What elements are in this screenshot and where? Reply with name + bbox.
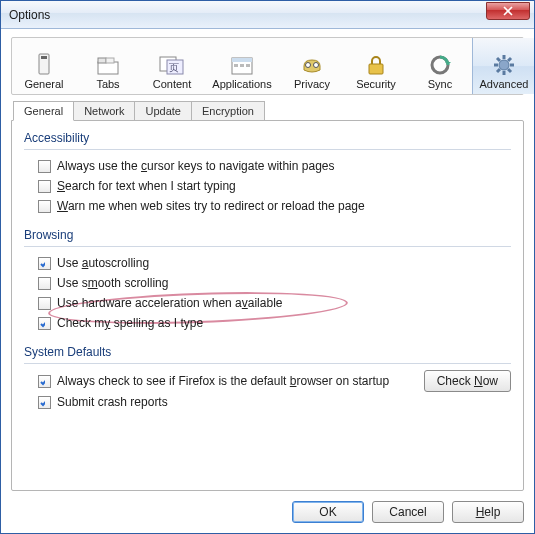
svg-rect-17: [369, 64, 383, 74]
advanced-icon: [490, 53, 518, 77]
general-panel: Accessibility Always use the cursor keys…: [11, 120, 524, 491]
category-privacy[interactable]: Privacy: [280, 38, 344, 94]
group-accessibility: Accessibility Always use the cursor keys…: [24, 131, 511, 216]
svg-line-25: [497, 58, 500, 61]
chk-label: Use hardware acceleration when available: [57, 296, 282, 310]
chk-label: Use smooth scrolling: [57, 276, 168, 290]
svg-point-16: [314, 63, 319, 68]
cancel-button[interactable]: Cancel: [372, 501, 444, 523]
category-label: Sync: [428, 78, 452, 90]
privacy-icon: [298, 53, 326, 77]
close-icon: [503, 6, 513, 16]
category-label: Applications: [212, 78, 271, 90]
chk-autoscrolling[interactable]: Use autoscrolling: [24, 253, 511, 273]
svg-rect-5: [98, 58, 106, 63]
checkbox[interactable]: [38, 200, 51, 213]
ok-button[interactable]: OK: [292, 501, 364, 523]
category-sync[interactable]: Sync: [408, 38, 472, 94]
security-icon: [362, 53, 390, 77]
applications-icon: [228, 53, 256, 77]
checkbox[interactable]: [38, 396, 51, 409]
chk-cursor-keys[interactable]: Always use the cursor keys to navigate w…: [24, 156, 511, 176]
category-security[interactable]: Security: [344, 38, 408, 94]
checkbox[interactable]: [38, 180, 51, 193]
chk-hardware-acceleration[interactable]: Use hardware acceleration when available: [24, 293, 511, 313]
chk-label: Always check to see if Firefox is the de…: [57, 374, 389, 388]
chk-label: Check my spelling as I type: [57, 316, 203, 330]
group-title: Accessibility: [24, 131, 511, 145]
svg-text:页: 页: [169, 62, 179, 73]
subtab-update[interactable]: Update: [134, 101, 191, 120]
svg-rect-14: [246, 64, 250, 67]
chk-default-browser[interactable]: Always check to see if Firefox is the de…: [24, 371, 414, 391]
category-content[interactable]: 页 Content: [140, 38, 204, 94]
group-title: Browsing: [24, 228, 511, 242]
check-now-button[interactable]: Check Now: [424, 370, 511, 392]
checkbox[interactable]: [38, 277, 51, 290]
subtab-encryption[interactable]: Encryption: [191, 101, 265, 120]
dialog-footer: OK Cancel Help: [11, 501, 524, 523]
svg-rect-13: [240, 64, 244, 67]
svg-line-26: [508, 69, 511, 72]
group-browsing: Browsing Use autoscrolling Use smooth sc…: [24, 228, 511, 333]
window-title: Options: [9, 8, 486, 22]
close-button[interactable]: [486, 2, 530, 20]
category-tabs[interactable]: Tabs: [76, 38, 140, 94]
help-button[interactable]: Help: [452, 501, 524, 523]
chk-warn-redirect[interactable]: Warn me when web sites try to redirect o…: [24, 196, 511, 216]
category-toolbar: General Tabs 页 Content Applications: [11, 37, 524, 95]
sync-icon: [426, 53, 454, 77]
category-advanced[interactable]: Advanced: [472, 38, 534, 94]
chk-label: Use autoscrolling: [57, 256, 149, 270]
subtab-general[interactable]: General: [13, 101, 74, 121]
subtab-row: General Network Update Encryption: [11, 101, 524, 120]
client-area: General Tabs 页 Content Applications: [1, 29, 534, 533]
chk-label: Always use the cursor keys to navigate w…: [57, 159, 334, 173]
tabs-icon: [94, 53, 122, 77]
chk-spell-check[interactable]: Check my spelling as I type: [24, 313, 511, 333]
chk-search-text[interactable]: Search for text when I start typing: [24, 176, 511, 196]
chk-crash-reports[interactable]: Submit crash reports: [24, 392, 511, 412]
svg-point-20: [499, 60, 509, 70]
category-general[interactable]: General: [12, 38, 76, 94]
category-label: Privacy: [294, 78, 330, 90]
category-label: General: [24, 78, 63, 90]
options-dialog: Options General Tabs: [0, 0, 535, 534]
chk-label: Search for text when I start typing: [57, 179, 236, 193]
chk-label: Submit crash reports: [57, 395, 168, 409]
svg-rect-12: [234, 64, 238, 67]
category-applications[interactable]: Applications: [204, 38, 280, 94]
svg-point-15: [306, 63, 311, 68]
checkbox[interactable]: [38, 257, 51, 270]
chk-label: Warn me when web sites try to redirect o…: [57, 199, 365, 213]
general-icon: [30, 53, 58, 77]
svg-marker-19: [445, 62, 451, 65]
group-system-defaults: System Defaults Always check to see if F…: [24, 345, 511, 412]
checkbox[interactable]: [38, 160, 51, 173]
category-label: Content: [153, 78, 192, 90]
category-label: Tabs: [96, 78, 119, 90]
titlebar: Options: [1, 1, 534, 29]
svg-line-27: [508, 58, 511, 61]
svg-line-28: [497, 69, 500, 72]
checkbox[interactable]: [38, 317, 51, 330]
content-icon: 页: [158, 53, 186, 77]
svg-rect-6: [106, 58, 114, 63]
chk-smooth-scrolling[interactable]: Use smooth scrolling: [24, 273, 511, 293]
svg-rect-3: [41, 56, 47, 59]
category-label: Security: [356, 78, 396, 90]
checkbox[interactable]: [38, 375, 51, 388]
svg-rect-11: [232, 58, 252, 62]
category-label: Advanced: [480, 78, 529, 90]
subtab-network[interactable]: Network: [73, 101, 135, 120]
checkbox[interactable]: [38, 297, 51, 310]
svg-rect-4: [98, 62, 118, 74]
group-title: System Defaults: [24, 345, 511, 359]
